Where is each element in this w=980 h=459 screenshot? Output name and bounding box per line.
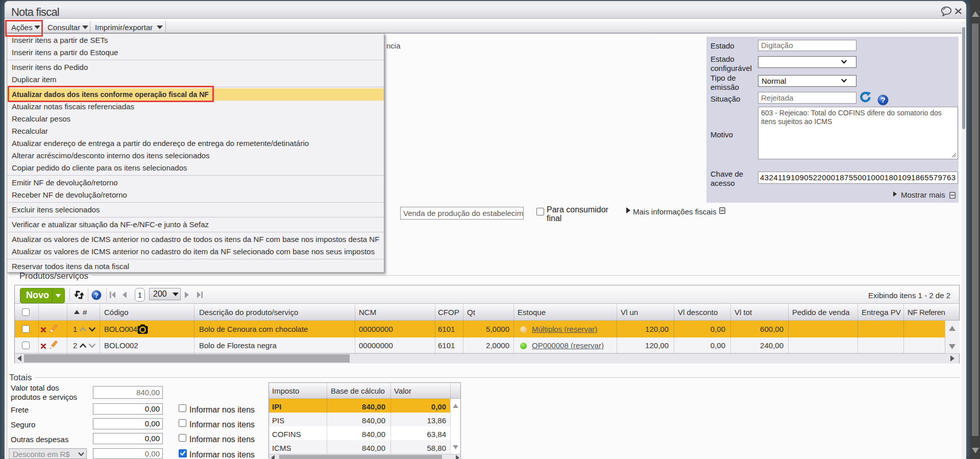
svg-text:?: ? [94, 292, 99, 299]
svg-text:?: ? [880, 95, 885, 104]
